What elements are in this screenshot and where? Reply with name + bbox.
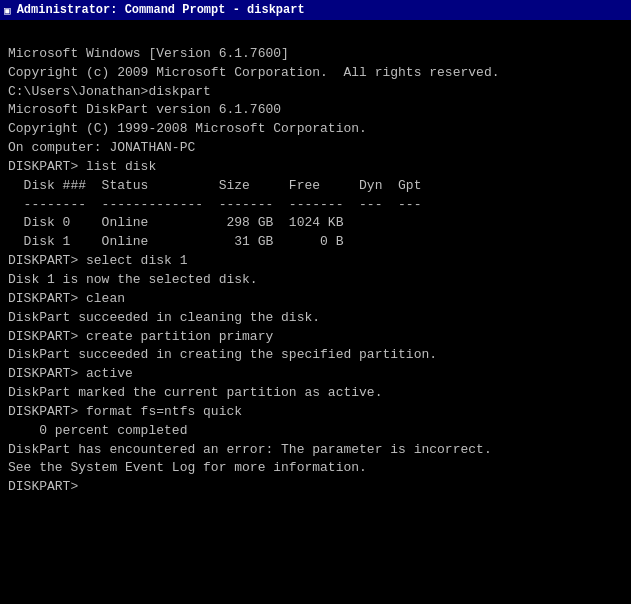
- terminal-line: Disk 0 Online 298 GB 1024 KB: [8, 214, 623, 233]
- terminal-line: On computer: JONATHAN-PC: [8, 139, 623, 158]
- terminal-line: Disk 1 is now the selected disk.: [8, 271, 623, 290]
- terminal-line: 0 percent completed: [8, 422, 623, 441]
- terminal-line: DISKPART> active: [8, 365, 623, 384]
- title-icon: ▣: [4, 4, 11, 17]
- terminal-line: DiskPart succeeded in cleaning the disk.: [8, 309, 623, 328]
- terminal-line: DISKPART> clean: [8, 290, 623, 309]
- terminal-line: DiskPart has encountered an error: The p…: [8, 441, 623, 460]
- terminal-line: See the System Event Log for more inform…: [8, 459, 623, 478]
- terminal-line: DISKPART> list disk: [8, 158, 623, 177]
- terminal-line: Disk 1 Online 31 GB 0 B: [8, 233, 623, 252]
- terminal-line: Copyright (C) 1999-2008 Microsoft Corpor…: [8, 120, 623, 139]
- terminal-line: DISKPART> create partition primary: [8, 328, 623, 347]
- title-text: Administrator: Command Prompt - diskpart: [17, 3, 305, 17]
- terminal-line: Microsoft DiskPart version 6.1.7600: [8, 101, 623, 120]
- terminal-line: Disk ### Status Size Free Dyn Gpt: [8, 177, 623, 196]
- terminal-line: C:\Users\Jonathan>diskpart: [8, 83, 623, 102]
- terminal-line: DiskPart marked the current partition as…: [8, 384, 623, 403]
- terminal-line: DISKPART>: [8, 478, 623, 497]
- terminal-line: Microsoft Windows [Version 6.1.7600]: [8, 45, 623, 64]
- terminal-line: DISKPART> select disk 1: [8, 252, 623, 271]
- terminal-line: Copyright (c) 2009 Microsoft Corporation…: [8, 64, 623, 83]
- title-bar: ▣ Administrator: Command Prompt - diskpa…: [0, 0, 631, 20]
- terminal-line: -------- ------------- ------- ------- -…: [8, 196, 623, 215]
- terminal-line: DISKPART> format fs=ntfs quick: [8, 403, 623, 422]
- terminal-output[interactable]: Microsoft Windows [Version 6.1.7600]Copy…: [0, 20, 631, 604]
- terminal-line: DiskPart succeeded in creating the speci…: [8, 346, 623, 365]
